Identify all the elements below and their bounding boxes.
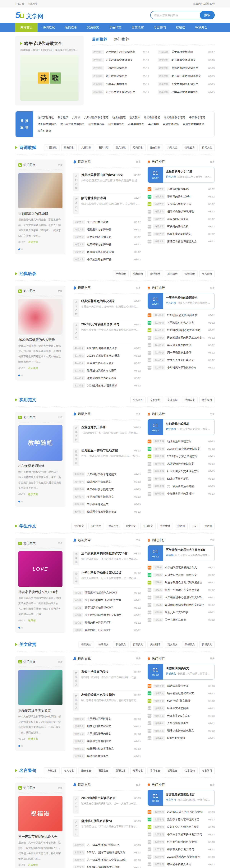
category-tag[interactable]: 教学资料 [92,66,104,70]
category-tag[interactable]: 教学资料 [73,495,85,499]
article-link[interactable]: 八一建军节祝福语大全简短100句 [87,858,132,862]
category-tag[interactable]: 情感美文 [153,706,165,711]
feature-image[interactable]: 诗歌 [20,55,78,101]
tag-link[interactable]: 幼儿园随笔 [112,114,126,121]
category-tag[interactable]: 教学资料 [153,469,165,473]
tag-link[interactable]: 幼儿园中班教学随笔 [60,121,85,127]
tag-link[interactable]: 现代梦想诗歌 [38,114,54,121]
article-link[interactable]: 称赞热爱科学名言警句 [167,848,206,851]
section-tag-link[interactable]: 名人语录 [199,271,215,277]
category-tag[interactable]: 教学资料 [153,439,165,443]
article-link[interactable]: 八一建军节祝福语说说大全 [87,843,132,847]
article-link[interactable]: 六年级围绕中心意思写作文600字1... [165,596,206,599]
more-link[interactable]: 更多 [136,412,141,415]
article-link[interactable]: 写玫瑰的古诗十首 [167,217,206,221]
section-tag-link[interactable]: 名言佳句 [182,767,197,774]
carousel-dot[interactable] [19,375,20,376]
article-link[interactable]: 杜荀鹤著名的诗10首 [87,243,132,246]
more-link[interactable]: 更多 [210,538,215,542]
section-tag-link[interactable]: 早安语录 [113,271,128,277]
article-link[interactable]: 儿童诗歌精选集锦 [167,187,206,191]
article-link[interactable]: 关于礼物初二作文 [165,618,206,622]
category-tag[interactable]: 读后感 [153,618,163,622]
category-tag[interactable]: 名人语录 [73,368,85,373]
section-title[interactable]: 实用范文 [19,397,36,403]
topbar-link[interactable]: 收藏网站 [28,2,37,5]
article-link[interactable]: 幼儿园五一劳动节活动方案 [81,448,132,453]
article-link[interactable]: 英语教师教学随笔范文 [87,495,132,499]
section-tag-link[interactable]: 励志诗歌 [147,144,163,151]
article-link[interactable]: 语文教师教学随笔范文 [106,58,141,62]
category-tag[interactable]: 名言学习 [153,840,165,844]
tag-link[interactable]: 初中教学心得 [88,121,104,127]
gallery-image[interactable] [19,173,63,208]
article-link[interactable]: 唐诗三百首名诗鉴赏大全 [167,240,206,243]
article-link[interactable]: 关于爱情的理解美文 [87,717,132,721]
section-tag-link[interactable]: 经典诗歌 [130,144,146,151]
article-link[interactable]: 学会敬老尊老的美文 [87,740,132,743]
category-tag[interactable]: 诗词大全 [73,242,85,247]
gallery-image[interactable]: 教学随笔 [19,425,63,461]
article-link[interactable]: 关于伤心的学生日记600字大全 [85,598,132,602]
article-link[interactable]: 小学英语教师随笔 [106,83,141,86]
article-link[interactable]: 中班教学随笔范文 [106,66,141,70]
article-link[interactable]: 林甸婚礼中式策划 [166,422,212,426]
category-tag[interactable]: 情感美文 [73,717,85,721]
article-link[interactable]: 精选短篇爱情美文 [87,754,132,758]
category-tag[interactable]: 教学资料 [73,472,85,476]
category-tag[interactable]: 名言学习 [73,865,85,868]
category-tag[interactable]: 读后感 [73,552,79,565]
section-tag-link[interactable]: 观后感 [175,523,188,529]
carousel-dot[interactable] [19,627,20,628]
tag-link[interactable]: 语文教师随笔 [144,114,160,121]
category-tag[interactable]: 读后感 [153,565,163,570]
category-tag[interactable]: 诗词大全 [153,217,165,221]
article-link[interactable]: 歌颂成功的经典名人语录 [87,369,132,372]
section-tag-link[interactable]: 原创美文 [182,641,197,648]
category-tag[interactable]: 教学资料 [73,479,85,484]
category-tag[interactable]: 诗词大全 [153,224,165,229]
article-link[interactable]: 八年级数学教学随笔范文 [87,473,132,476]
article-link[interactable]: 关于我的校园的学生日记600字 [85,613,132,617]
section-title[interactable]: 美文欣赏 [19,642,36,647]
section-tag-link[interactable]: 日记 [190,523,200,529]
category-tag[interactable]: 诗词大全 [153,202,165,206]
article-link[interactable]: 初中教学随笔范文 [106,74,141,78]
section-tag-link[interactable]: 初中作文 [89,523,104,529]
category-tag[interactable]: 读后感 [73,613,83,617]
article-link[interactable]: 爱情长长久久经典语录 [167,359,206,362]
more-link[interactable]: 更多 [136,286,141,289]
category-tag[interactable]: 诗词大全 [73,257,85,262]
category-tag[interactable]: 情感美文 [153,684,165,688]
gallery-tag-link[interactable]: 读后感 [28,619,36,622]
search-button[interactable]: 搜索 [200,11,215,19]
tag-link[interactable]: 班主任随笔 [38,127,51,134]
section-tag-link[interactable]: 哲理名言 [165,767,180,774]
article-link[interactable]: 周一早安正能量语录 [167,351,206,354]
article-link[interactable]: 推荐一个好地方作文范文十篇 [165,588,206,592]
article-link[interactable]: 企业优秀员工手册 [81,425,132,429]
category-tag[interactable]: 名人语录 [73,299,79,317]
category-tag[interactable]: 读后感 [73,591,83,595]
nav-item[interactable]: 学生作文 [104,23,127,32]
category-tag[interactable]: 读后感 [153,595,163,600]
feature-title[interactable]: 端午节现代诗歌大全 [24,41,62,46]
section-tag-link[interactable]: 英语名言 [113,767,128,774]
article-link[interactable]: 有关月的诗词赏析 [167,225,206,228]
gallery-tag-link[interactable]: 诗词大全 [28,241,38,244]
category-tag[interactable]: 名人语录 [153,343,165,347]
article-link[interactable]: 精选短篇爱情美文 [167,684,206,688]
category-tag[interactable]: 诗词大全 [153,209,165,214]
article-link[interactable]: 2022建军节朋友圈文案说说 [87,866,132,868]
category-tag[interactable]: 名言学习 [73,796,79,814]
section-tag-link[interactable]: 高中作文 [123,523,138,529]
gallery-article-title[interactable]: 小学英语教师随笔 [19,464,63,468]
category-tag[interactable]: 读后感 [153,603,163,607]
article-link[interactable]: 小学英语教师教学随笔 [171,91,206,94]
article-link[interactable]: 激励成功的优秀名人语录 [87,376,132,380]
article-link[interactable]: 倡导绿色保护环境诗歌 [167,210,206,213]
nav-item[interactable]: 美文欣赏 [127,23,149,32]
tag-link[interactable]: 英语教师随笔 [163,121,179,127]
section-tag-link[interactable]: 美文朗诵 [147,641,163,648]
section-tag-link[interactable]: 教育名言 [130,767,146,774]
